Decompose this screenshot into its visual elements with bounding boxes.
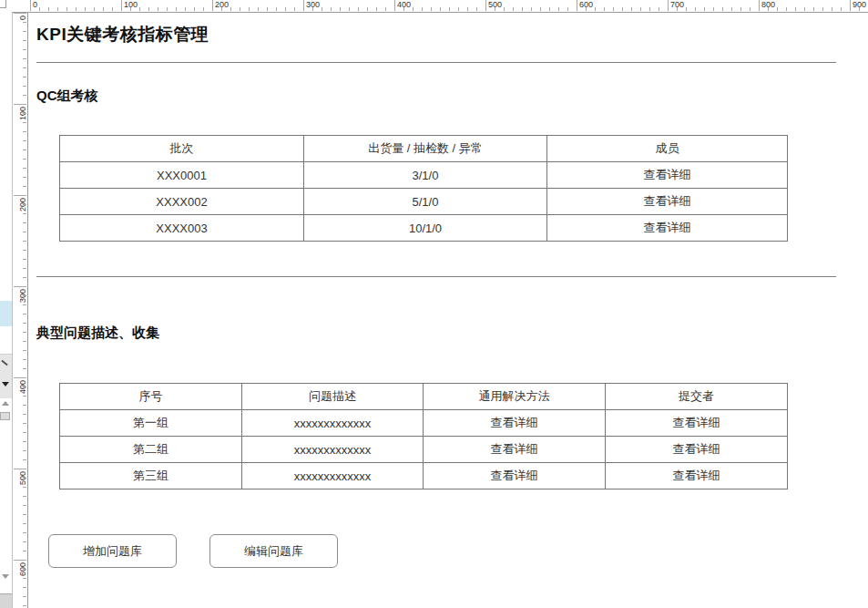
ruler-minor-tick — [176, 7, 177, 11]
ruler-minor-tick — [786, 7, 787, 11]
scrollbar-thumb[interactable] — [0, 412, 10, 420]
ruler-minor-tick — [558, 7, 559, 11]
view-details-link[interactable]: 查看详细 — [424, 463, 606, 489]
view-details-link[interactable]: 查看详细 — [547, 189, 788, 215]
ruler-minor-tick — [722, 7, 723, 11]
view-details-link[interactable]: 查看详细 — [606, 410, 788, 437]
ruler-minor-tick — [94, 7, 95, 11]
ruler-major-tick — [303, 0, 304, 11]
view-details-link[interactable]: 查看详细 — [424, 410, 606, 437]
app-screen: 0100200300400500600700800900 01002003004… — [0, 0, 868, 608]
ruler-minor-tick — [23, 295, 26, 296]
description-cell: xxxxxxxxxxxxx — [242, 463, 424, 489]
ruler-minor-tick — [23, 177, 26, 178]
ruler-minor-tick — [23, 67, 26, 68]
view-details-link[interactable]: 查看详细 — [606, 437, 788, 463]
ruler-minor-tick — [23, 259, 26, 260]
column-header-solution: 通用解决方法 — [424, 384, 606, 410]
ruler-minor-tick — [23, 423, 26, 424]
ruler-minor-tick — [595, 7, 596, 11]
ruler-minor-tick — [48, 7, 49, 11]
ruler-minor-tick — [586, 7, 587, 11]
selection-highlight-strip — [0, 301, 12, 326]
view-details-link[interactable]: 查看详细 — [606, 463, 788, 489]
batch-cell: XXXX002 — [60, 189, 304, 215]
ruler-major-tick — [14, 104, 26, 105]
qc-assessment-table: 批次 出货量 / 抽检数 / 异常 成员 XXX0001 3/1/0 查看详细 … — [59, 135, 788, 242]
ruler-minor-tick — [148, 7, 149, 11]
ruler-minor-tick — [23, 532, 26, 533]
ruler-minor-tick — [23, 40, 26, 41]
ruler-minor-tick — [604, 7, 605, 11]
table-row: XXXX002 5/1/0 查看详细 — [60, 189, 788, 215]
description-cell: xxxxxxxxxxxxx — [242, 410, 424, 437]
column-header-batch: 批次 — [60, 136, 304, 162]
ruler-minor-tick — [23, 341, 26, 342]
scroll-down-arrow-icon[interactable] — [2, 574, 9, 579]
ruler-minor-tick — [549, 7, 550, 11]
ruler-minor-tick — [740, 7, 741, 11]
ruler-minor-tick — [23, 49, 26, 50]
ruler-minor-tick — [23, 77, 26, 77]
ruler-minor-tick — [23, 250, 26, 251]
ruler-label: 0 — [33, 1, 37, 9]
add-problem-library-button[interactable]: 增加问题库 — [48, 534, 177, 568]
scroll-up-arrow-icon[interactable] — [2, 401, 9, 406]
view-details-link[interactable]: 查看详细 — [547, 162, 788, 189]
view-details-link[interactable]: 查看详细 — [424, 437, 606, 463]
ruler-minor-tick — [422, 7, 423, 11]
ruler-minor-tick — [804, 7, 805, 11]
ruler-minor-tick — [677, 7, 678, 11]
ruler-minor-tick — [23, 578, 26, 579]
ruler-minor-tick — [513, 7, 514, 11]
tool-icon — [1, 360, 7, 366]
ruler-minor-tick — [622, 7, 623, 11]
ruler-minor-tick — [23, 541, 26, 542]
ruler-minor-tick — [358, 7, 359, 11]
ruler-major-tick — [577, 0, 577, 11]
ruler-major-tick — [30, 0, 31, 11]
ruler-major-tick — [14, 13, 26, 14]
batch-cell: XXXX003 — [60, 215, 304, 242]
ruler-minor-tick — [467, 7, 468, 11]
ruler-minor-tick — [23, 113, 26, 114]
column-header-shipment: 出货量 / 抽检数 / 异常 — [304, 136, 547, 162]
ruler-minor-tick — [85, 7, 86, 11]
ruler-minor-tick — [23, 405, 26, 406]
ruler-minor-tick — [567, 7, 568, 11]
ruler-minor-tick — [631, 7, 632, 11]
column-header-members: 成员 — [547, 136, 788, 162]
ruler-minor-tick — [403, 7, 404, 11]
ruler-minor-tick — [130, 7, 131, 11]
edit-problem-library-button[interactable]: 编辑问题库 — [209, 534, 338, 568]
ruler-minor-tick — [704, 7, 705, 11]
dropdown-arrow-icon[interactable] — [2, 382, 9, 386]
page-title: KPI关键考核指标管理 — [36, 23, 209, 46]
ruler-minor-tick — [23, 551, 26, 551]
ruler-minor-tick — [185, 7, 186, 11]
ruler-minor-tick — [23, 587, 26, 588]
ruler-minor-tick — [23, 605, 26, 606]
ruler-minor-tick — [23, 277, 26, 278]
ruler-minor-tick — [23, 222, 26, 223]
ruler-minor-tick — [23, 58, 26, 59]
ruler-minor-tick — [23, 122, 26, 123]
ruler-minor-tick — [822, 7, 823, 11]
ruler-minor-tick — [23, 496, 26, 497]
ruler-major-tick — [668, 0, 669, 11]
ruler-minor-tick — [531, 7, 532, 11]
ruler-minor-tick — [832, 7, 832, 11]
ruler-minor-tick — [221, 7, 222, 11]
shipment-cell: 3/1/0 — [304, 162, 547, 189]
ruler-minor-tick — [23, 459, 26, 460]
ruler-minor-tick — [23, 304, 26, 305]
ruler-minor-tick — [813, 7, 814, 11]
view-details-link[interactable]: 查看详细 — [547, 215, 788, 242]
ruler-minor-tick — [23, 86, 26, 87]
ruler-minor-tick — [768, 7, 769, 11]
ruler-minor-tick — [795, 7, 796, 11]
ruler-minor-tick — [39, 7, 40, 11]
ruler-minor-tick — [258, 7, 259, 11]
ruler-minor-tick — [167, 7, 168, 11]
group-cell: 第二组 — [60, 437, 242, 463]
